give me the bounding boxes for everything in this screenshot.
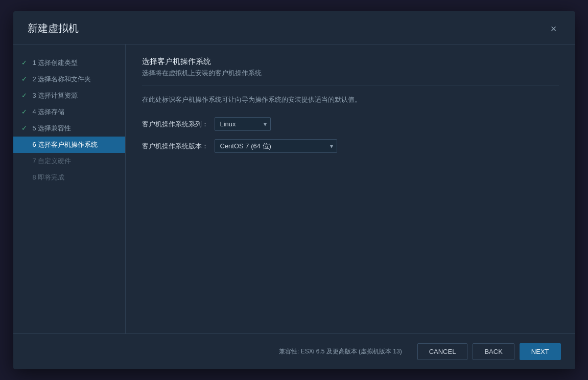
close-button[interactable]: × [547,21,561,36]
dialog-header: 新建虚拟机 × [13,11,575,44]
check-icon-step2: ✓ [21,75,30,83]
new-vm-dialog: 新建虚拟机 × ✓ 1 选择创建类型 ✓ 2 选择名称和文件夹 ✓ 3 选择计算… [13,11,575,369]
sidebar-label-step3: 3 选择计算资源 [33,91,78,100]
check-icon-step1: ✓ [21,59,30,66]
sidebar-label-step7: 7 自定义硬件 [33,157,72,166]
next-button[interactable]: NEXT [520,343,561,360]
sidebar-label-step5: 5 选择兼容性 [33,124,72,133]
compat-info: 兼容性: ESXi 6.5 及更高版本 (虚拟机版本 13) [28,347,412,356]
sidebar-item-step8: 8 即将完成 [13,169,125,186]
os-version-select-wrapper: CentOS 7 (64 位) CentOS 8 (64 位) Red Hat … [215,139,337,153]
check-icon-step4: ✓ [21,108,30,116]
sidebar-item-step5[interactable]: ✓ 5 选择兼容性 [13,120,125,137]
sidebar-item-step4[interactable]: ✓ 4 选择存储 [13,104,125,120]
section-title: 选择客户机操作系统 [142,57,559,66]
sidebar: ✓ 1 选择创建类型 ✓ 2 选择名称和文件夹 ✓ 3 选择计算资源 ✓ 4 选… [13,44,126,333]
sidebar-label-step2: 2 选择名称和文件夹 [33,75,91,84]
dialog-footer: 兼容性: ESXi 6.5 及更高版本 (虚拟机版本 13) CANCEL BA… [13,333,575,369]
os-version-label: 客户机操作系统版本： [142,142,208,151]
dialog-title: 新建虚拟机 [28,21,79,35]
sidebar-label-step8: 8 即将完成 [33,173,65,182]
description-text: 在此处标识客户机操作系统可让向导为操作系统的安装提供适当的默认值。 [142,95,559,105]
main-content: 选择客户机操作系统 选择将在虚拟机上安装的客户机操作系统 在此处标识客户机操作系… [126,44,575,333]
os-family-select[interactable]: Linux Windows Other [215,117,271,131]
os-family-select-wrapper: Linux Windows Other [215,117,271,131]
os-family-row: 客户机操作系统系列： Linux Windows Other [142,117,559,131]
sidebar-label-step4: 4 选择存储 [33,107,65,117]
os-family-label: 客户机操作系统系列： [142,120,208,129]
sidebar-item-step6[interactable]: 6 选择客户机操作系统 [13,137,125,153]
back-button[interactable]: BACK [473,343,514,360]
check-icon-step3: ✓ [21,92,30,99]
os-version-row: 客户机操作系统版本： CentOS 7 (64 位) CentOS 8 (64 … [142,139,559,153]
sidebar-item-step3[interactable]: ✓ 3 选择计算资源 [13,87,125,104]
check-icon-step5: ✓ [21,124,30,132]
sidebar-label-step1: 1 选择创建类型 [33,58,78,68]
section-subtitle: 选择将在虚拟机上安装的客户机操作系统 [142,69,559,85]
sidebar-item-step7: 7 自定义硬件 [13,153,125,169]
cancel-button[interactable]: CANCEL [417,343,468,360]
sidebar-label-step6: 6 选择客户机操作系统 [33,140,98,149]
dialog-body: ✓ 1 选择创建类型 ✓ 2 选择名称和文件夹 ✓ 3 选择计算资源 ✓ 4 选… [13,44,575,333]
os-version-select[interactable]: CentOS 7 (64 位) CentOS 8 (64 位) Red Hat … [215,139,337,153]
sidebar-item-step1[interactable]: ✓ 1 选择创建类型 [13,55,125,71]
sidebar-item-step2[interactable]: ✓ 2 选择名称和文件夹 [13,71,125,87]
